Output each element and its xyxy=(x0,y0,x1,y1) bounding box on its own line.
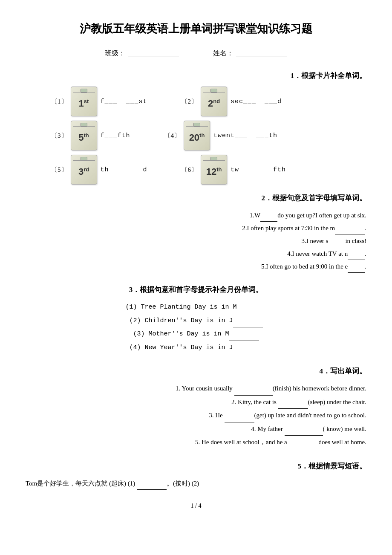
page-number: 1 / 4 xyxy=(191,503,202,509)
card-bracket-4: 〔4〕 xyxy=(164,132,181,140)
section2-line3: 3.I never sin class! xyxy=(26,234,366,247)
card-row-6: 〔6〕 12th tw___ ___fth xyxy=(173,155,286,185)
card-hint-2: sec___ ___d xyxy=(231,98,282,105)
name-input[interactable] xyxy=(236,50,287,57)
card-image-3: 5th xyxy=(71,121,97,150)
card-row-4: 〔4〕 20th twent___ ___th xyxy=(156,121,278,150)
section5-header: 5．根据情景写短语。 xyxy=(26,461,366,471)
section4-line4: 4. My father ( know) me well. xyxy=(26,422,366,436)
card-row-5: 〔5〕 3rd th___ ___d xyxy=(43,155,147,185)
section1-header: 1．根据卡片补全单词。 xyxy=(26,71,366,81)
card-num-3: 5th xyxy=(78,128,89,143)
page-footer: 1 / 4 xyxy=(26,503,366,509)
card-row-1: 〔1〕 1st f___ ___st xyxy=(43,87,147,116)
section2-line2: 2.I often play sports at 7:30 in the m. xyxy=(26,222,366,234)
card-num-2: 2nd xyxy=(208,94,220,109)
section2-lines: 1.Wdo you get up?I often get up at six. … xyxy=(26,209,366,273)
class-label: 班级： xyxy=(105,49,125,58)
section4-line1: 1. Your cousin usually (finish) his home… xyxy=(26,382,366,396)
card-row-3: 〔3〕 5th f___fth xyxy=(43,121,130,150)
section3-header: 3．根据句意和首字母提示补全月份单词。 xyxy=(26,285,366,295)
section3-line1: (1) Tree Planting Day is in M xyxy=(26,301,366,314)
card-bracket-6: 〔6〕 xyxy=(182,166,198,174)
section3-line4: (4) New Year''s Day is in J xyxy=(26,341,366,355)
card-image-5: 3rd xyxy=(71,155,97,185)
card-image-2: 2nd xyxy=(201,87,227,116)
section1: 1．根据卡片补全单词。 〔1〕 1st f___ ___st 〔2〕 2nd s… xyxy=(26,71,366,185)
section5: 5．根据情景写短语。 Tom是个好学生，每天六点就 (起床) (1) 。(按时)… xyxy=(26,461,366,490)
section5-lines: Tom是个好学生，每天六点就 (起床) (1) 。(按时) (2) xyxy=(26,477,366,490)
card-hint-4: twent___ ___th xyxy=(213,132,277,139)
section4-line2: 2. Kitty, the cat is (sleep) under the c… xyxy=(26,396,366,409)
section2-header: 2．根据句意及首字母填写单词。 xyxy=(26,193,366,203)
section3-lines: (1) Tree Planting Day is in M (2) Childr… xyxy=(26,301,366,354)
card-num-6: 12th xyxy=(206,162,222,177)
section2-line1: 1.Wdo you get up?I often get up at six. xyxy=(26,209,366,222)
section3-line2: (2) Children''s Day is in J xyxy=(26,314,366,328)
card-bracket-5: 〔5〕 xyxy=(51,166,67,174)
section5-line1: Tom是个好学生，每天六点就 (起床) (1) 。(按时) (2) xyxy=(26,477,366,490)
card-bracket-1: 〔1〕 xyxy=(51,98,67,106)
card-num-5: 3rd xyxy=(78,162,89,177)
section3-line3: (3) Mother''s Day is in M xyxy=(26,327,366,341)
card-image-4: 20th xyxy=(184,121,210,150)
section3: 3．根据句意和首字母提示补全月份单词。 (1) Tree Planting Da… xyxy=(26,285,366,354)
card-bracket-3: 〔3〕 xyxy=(51,132,67,140)
form-row: 班级： 姓名： xyxy=(26,49,366,58)
section4: 4．写出单词。 1. Your cousin usually (finish) … xyxy=(26,366,366,449)
card-hint-3: f___fth xyxy=(101,132,130,139)
section2-line5: 5.I often go to bed at 9:00 in the e. xyxy=(26,260,366,273)
card-image-6: 12th xyxy=(201,155,227,185)
card-hint-5: th___ ___d xyxy=(101,166,147,173)
section2: 2．根据句意及首字母填写单词。 1.Wdo you get up?I often… xyxy=(26,193,366,273)
card-bracket-2: 〔2〕 xyxy=(182,98,198,106)
name-field: 姓名： xyxy=(213,49,287,58)
card-num-1: 1st xyxy=(79,94,89,109)
class-field: 班级： xyxy=(105,49,179,58)
page-title: 沪教版五年级英语上册单词拼写课堂知识练习题 xyxy=(26,21,366,36)
card-row-2: 〔2〕 2nd sec___ ___d xyxy=(173,87,282,116)
name-label: 姓名： xyxy=(213,49,233,58)
section4-line3: 3. He (get) up late and didn't need to g… xyxy=(26,409,366,422)
class-input[interactable] xyxy=(128,50,179,57)
card-image-1: 1st xyxy=(71,87,97,116)
section4-header: 4．写出单词。 xyxy=(26,366,366,376)
section4-lines: 1. Your cousin usually (finish) his home… xyxy=(26,382,366,449)
card-hint-1: f___ ___st xyxy=(101,98,147,105)
card-hint-6: tw___ ___fth xyxy=(231,166,286,173)
section4-line5: 5. He does well at school，and he a does … xyxy=(26,436,366,449)
card-num-4: 20th xyxy=(189,128,205,143)
section2-line4: 4.I never watch TV at n. xyxy=(26,247,366,260)
